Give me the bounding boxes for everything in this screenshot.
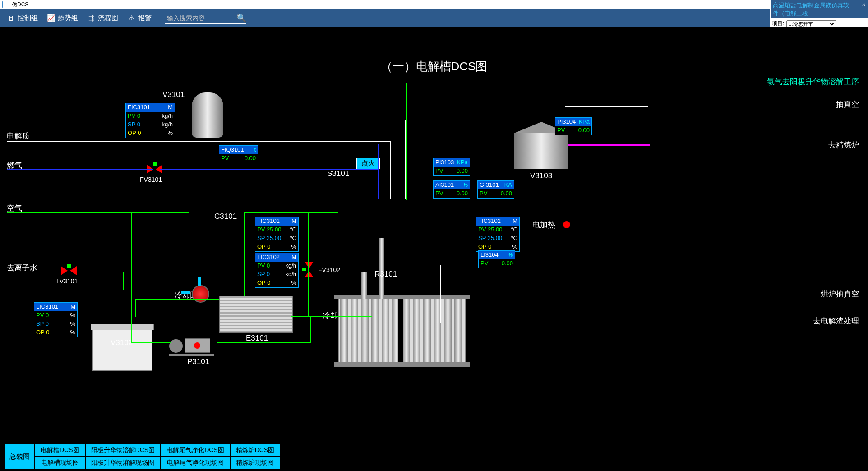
nav-overview[interactable]: 总貌图 [5,444,35,469]
activity-icon: 📈 [47,14,55,22]
nav-cell-6[interactable]: 电解尾气净化现场图 [161,457,230,469]
tag-li3104[interactable]: LI3104% PV0.00 [478,250,515,268]
tag-pi3103[interactable]: PI3103KPa PV0.00 [433,158,470,176]
heater-indicator [563,221,570,228]
pipe [7,141,390,142]
alarm-icon: ⚠ [127,14,135,22]
label-fv3101: FV3101 [140,176,162,183]
vessel-v3103[interactable] [514,133,568,169]
tag-fic3102[interactable]: FIC3102M PV 0kg/h SP 0kg/h OP 0% [255,253,299,288]
nav-cell-7[interactable]: 精炼炉现场图 [230,457,281,469]
label-v3102: V3102 [111,338,133,347]
label-vacuum: 抽真空 [836,99,859,110]
pipe [440,296,649,296]
label-lv3101: LV3101 [56,277,78,285]
svg-marker-6 [61,266,68,275]
ignite-button[interactable]: 点火 [356,158,380,169]
pipe-cool [291,316,372,317]
side-panel-title: 高温熔盐电解制金属镁仿真软件（电解工段 — × [771,0,868,18]
pipe-water [123,272,124,290]
window-title: 仿DCS [12,1,28,9]
tag-tic3102[interactable]: TIC3102M PV 25.00℃ SP 25.00℃ OP 0% [476,217,520,252]
alarm-button[interactable]: ⚠报警 [127,14,152,23]
pipe [390,141,391,199]
pipe [208,120,208,142]
pipe-vac [565,106,648,107]
pipe [244,212,245,296]
pipe-cl2 [406,83,650,83]
control-group-button[interactable]: 🎚控制组 [7,14,38,23]
diagram-canvas: （一）电解槽DCS图 电解质 燃气 空气 去离子水 冷却回水 冷却上水 电加热 … [0,27,868,469]
svg-rect-2 [153,162,157,166]
tag-fic3101[interactable]: FIC3101M PV 0kg/h SP 0kg/h OP 0% [125,103,175,138]
flowchart-button[interactable]: ⇶流程图 [87,14,118,23]
app-icon [2,1,9,8]
close-icon[interactable]: × [862,1,865,18]
label-c3101: C3101 [214,212,237,221]
svg-rect-5 [302,268,306,271]
pipe [217,342,311,343]
label-e3101: E3101 [246,334,268,343]
project-select[interactable]: 1:冷态开车 [786,20,836,28]
top-toolbar: 🎚控制组 📈趋势组 ⇶流程图 ⚠报警 🔍 [0,9,868,27]
tag-gi3101[interactable]: GI3101KA PV0.00 [477,180,514,199]
pipe [310,316,311,343]
label-slag: 去电解渣处理 [813,316,859,326]
compressor-c3101[interactable] [189,285,212,303]
svg-marker-4 [305,271,314,277]
reactor-r3101[interactable] [338,299,466,363]
page-title: （一）电解槽DCS图 [381,59,488,74]
search-icon[interactable]: 🔍 [236,13,246,23]
nav-cell-5[interactable]: 阳极升华物溶解现场图 [85,457,161,469]
label-fv3102: FV3102 [318,266,340,273]
search-box: 🔍 [165,13,246,24]
tag-fiq3101[interactable]: FIQ3101t PV0.00 [219,145,258,163]
label-refine: 去精炼炉 [828,140,859,150]
nav-cell-3[interactable]: 精炼炉DCS图 [230,444,281,457]
pipe [131,212,132,343]
tag-ai3101[interactable]: AI3101% PV0.00 [433,180,470,199]
svg-marker-7 [70,266,77,275]
bottom-nav: 总貌图 电解槽DCS图 阳极升华物溶解DCS图 电解尾气净化DCS图 精炼炉DC… [5,444,280,469]
pipe [308,212,309,316]
pipe-cool [135,299,136,317]
label-eheat: 电加热 [532,220,555,230]
label-furnace-vac: 烘炉抽真空 [821,289,859,299]
pipe-water [7,272,63,272]
trend-group-button[interactable]: 📈趋势组 [47,14,78,23]
tag-lic3101[interactable]: LIC3101M PV 0% SP 0% OP 0% [34,302,78,337]
minimize-icon[interactable]: — [854,1,860,18]
nav-cell-4[interactable]: 电解槽现场图 [35,457,85,469]
search-input[interactable] [165,13,236,23]
pipe-air [7,212,189,213]
window-titlebar: 仿DCS [0,0,868,9]
pipe-cool [135,299,219,300]
label-p3101: P3101 [187,357,209,366]
label-cl2-out: 氯气去阳极升华物溶解工序 [767,77,859,87]
svg-marker-3 [305,262,314,268]
sliders-icon: 🎚 [7,14,15,22]
pipe-gas [378,144,379,199]
pipe [440,265,441,323]
flow-icon: ⇶ [87,14,95,22]
pump-p3101[interactable] [169,338,214,356]
pipe [131,342,171,343]
nav-cell-2[interactable]: 电解尾气净化DCS图 [161,444,230,457]
pipe-gas [160,169,379,170]
pipe-refine [568,144,650,146]
project-label: 项目: [772,20,784,28]
pipe-gas [7,169,153,170]
valve-fv3101[interactable] [147,162,162,178]
tag-pi3104[interactable]: PI3104KPa PV0.00 [555,117,592,135]
tank-v3102[interactable] [92,327,152,371]
label-v3103: V3103 [530,171,552,180]
label-s3101: S3101 [327,169,349,178]
nav-cell-0[interactable]: 电解槽DCS图 [35,444,85,457]
tag-tic3101[interactable]: TIC3101M PV 25.00℃ SP 25.00℃ OP 0% [255,217,299,252]
label-electrolyte: 电解质 [7,131,30,141]
svg-rect-8 [67,264,71,268]
valve-fv3102[interactable] [302,262,316,279]
pipe [208,120,406,120]
nav-cell-1[interactable]: 阳极升华物溶解DCS图 [85,444,161,457]
exchanger-e3101[interactable] [219,296,293,333]
